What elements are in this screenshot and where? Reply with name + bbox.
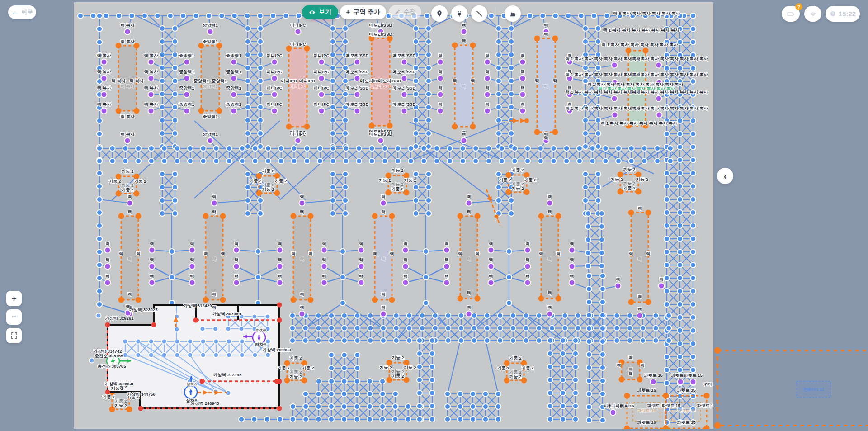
graph-node[interactable] bbox=[497, 326, 503, 331]
graph-node[interactable] bbox=[509, 78, 514, 84]
graph-node[interactable] bbox=[258, 91, 263, 97]
zone-corner-handle[interactable] bbox=[389, 213, 395, 219]
graph-node[interactable] bbox=[677, 118, 683, 123]
virtual-wall-handle[interactable] bbox=[105, 322, 110, 327]
graph-node[interactable] bbox=[586, 326, 592, 331]
graph-node[interactable] bbox=[201, 353, 206, 358]
graph-node[interactable] bbox=[162, 339, 167, 344]
graph-node[interactable] bbox=[690, 315, 696, 320]
graph-node[interactable] bbox=[343, 211, 348, 216]
graph-node[interactable] bbox=[175, 314, 179, 319]
line-tool[interactable] bbox=[471, 5, 487, 22]
graph-node[interactable] bbox=[426, 65, 431, 71]
graph-node[interactable] bbox=[316, 313, 321, 318]
graph-node[interactable] bbox=[664, 66, 670, 71]
poi-node[interactable] bbox=[189, 280, 195, 286]
graph-node[interactable] bbox=[690, 39, 696, 45]
graph-node[interactable] bbox=[560, 364, 566, 369]
graph-node[interactable] bbox=[245, 185, 250, 190]
graph-node[interactable] bbox=[172, 52, 178, 57]
graph-node[interactable] bbox=[447, 146, 453, 151]
graph-node[interactable] bbox=[627, 313, 632, 318]
graph-node[interactable] bbox=[356, 146, 362, 151]
poi-node[interactable] bbox=[678, 379, 684, 385]
graph-node[interactable] bbox=[599, 250, 604, 256]
graph-node[interactable] bbox=[677, 367, 683, 373]
graph-node[interactable] bbox=[329, 352, 334, 358]
graph-node[interactable] bbox=[426, 131, 431, 136]
poi-node[interactable] bbox=[403, 280, 409, 286]
graph-node[interactable] bbox=[595, 65, 601, 71]
graph-node[interactable] bbox=[690, 302, 696, 307]
graph-node[interactable] bbox=[586, 273, 592, 279]
graph-node[interactable] bbox=[690, 249, 696, 255]
graph-node[interactable] bbox=[264, 417, 270, 422]
graph-node[interactable] bbox=[664, 131, 670, 137]
poi-node[interactable] bbox=[485, 76, 491, 81]
graph-node[interactable] bbox=[583, 26, 588, 31]
poi-node[interactable] bbox=[212, 200, 217, 206]
graph-node[interactable] bbox=[341, 391, 347, 397]
graph-node[interactable] bbox=[226, 353, 231, 358]
zone-corner-handle[interactable] bbox=[704, 426, 710, 431]
graph-node[interactable] bbox=[330, 52, 335, 57]
graph-node[interactable] bbox=[458, 417, 463, 422]
fullscreen-button[interactable] bbox=[6, 328, 22, 343]
graph-node[interactable] bbox=[690, 171, 696, 176]
poi-node[interactable] bbox=[403, 247, 409, 253]
graph-node[interactable] bbox=[330, 211, 335, 216]
zone-corner-handle[interactable] bbox=[452, 43, 458, 48]
graph-node[interactable] bbox=[677, 223, 683, 228]
zone-corner-handle[interactable] bbox=[470, 124, 476, 130]
graph-node[interactable] bbox=[245, 118, 250, 123]
poi-node[interactable] bbox=[520, 92, 526, 98]
graph-node[interactable] bbox=[110, 146, 115, 151]
graph-node[interactable] bbox=[245, 39, 250, 44]
graph-node[interactable] bbox=[330, 104, 335, 110]
graph-node[interactable] bbox=[213, 146, 219, 151]
graph-node[interactable] bbox=[406, 404, 411, 409]
poi-node[interactable] bbox=[101, 92, 107, 98]
graph-node[interactable] bbox=[447, 158, 453, 164]
graph-node[interactable] bbox=[586, 286, 592, 292]
zone-corner-handle[interactable] bbox=[626, 48, 632, 54]
graph-node[interactable] bbox=[97, 197, 102, 202]
graph-node[interactable] bbox=[175, 327, 179, 332]
graph-node[interactable] bbox=[690, 236, 696, 242]
graph-node[interactable] bbox=[367, 391, 373, 397]
graph-node[interactable] bbox=[160, 52, 165, 57]
graph-node[interactable] bbox=[499, 158, 505, 164]
poi-node[interactable] bbox=[520, 108, 526, 114]
graph-node[interactable] bbox=[253, 353, 258, 358]
graph-node[interactable] bbox=[201, 339, 206, 344]
zone-corner-handle[interactable] bbox=[127, 407, 132, 412]
graph-node[interactable] bbox=[201, 158, 206, 164]
poi-node[interactable] bbox=[401, 76, 407, 81]
graph-node[interactable] bbox=[506, 300, 512, 306]
graph-node[interactable] bbox=[354, 379, 360, 384]
graph-node[interactable] bbox=[368, 326, 373, 331]
poi-node[interactable] bbox=[569, 264, 575, 270]
graph-node[interactable] bbox=[585, 263, 591, 269]
panel-collapse-button[interactable]: ‹ bbox=[717, 168, 733, 184]
poi-node[interactable] bbox=[125, 29, 131, 35]
graph-node[interactable] bbox=[536, 338, 542, 343]
zone-corner-handle[interactable] bbox=[203, 297, 209, 303]
graph-node[interactable] bbox=[560, 338, 566, 343]
poi-node[interactable] bbox=[319, 108, 325, 114]
graph-node[interactable] bbox=[258, 104, 263, 110]
graph-node[interactable] bbox=[512, 146, 517, 151]
graph-node[interactable] bbox=[316, 417, 321, 422]
graph-node[interactable] bbox=[155, 13, 160, 19]
graph-node[interactable] bbox=[664, 275, 670, 281]
graph-node[interactable] bbox=[380, 404, 385, 409]
graph-node[interactable] bbox=[97, 146, 102, 151]
graph-node[interactable] bbox=[413, 118, 419, 123]
graph-node[interactable] bbox=[172, 131, 178, 136]
graph-node[interactable] bbox=[585, 237, 591, 242]
graph-node[interactable] bbox=[303, 326, 308, 331]
poi-node[interactable] bbox=[359, 247, 364, 253]
graph-node[interactable] bbox=[354, 365, 360, 371]
graph-node[interactable] bbox=[426, 185, 431, 190]
graph-node[interactable] bbox=[329, 391, 334, 397]
